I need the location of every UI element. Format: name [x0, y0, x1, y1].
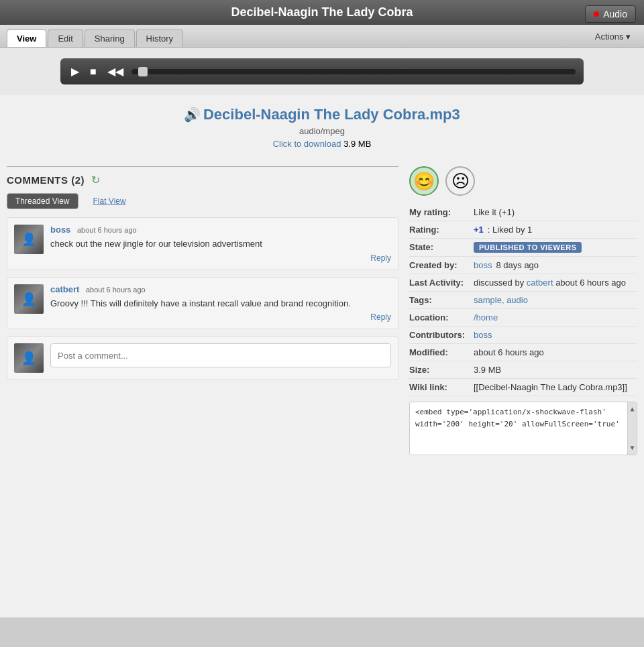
audio-button[interactable]: Audio [585, 5, 636, 23]
state-label: State: [409, 242, 470, 252]
file-name-link[interactable]: Decibel-Naagin The Lady Cobra.mp3 [203, 106, 460, 123]
title-bar: Decibel-Naagin The Lady Cobra Audio [0, 0, 644, 25]
tab-view[interactable]: View [7, 30, 46, 47]
right-column: 😊 ☹ My rating: Like it (+1) Rating: +1 :… [409, 166, 637, 455]
progress-bar[interactable] [131, 69, 576, 74]
comments-title: COMMENTS (2) [7, 174, 85, 186]
view-toggle: Threaded View Flat View [7, 193, 398, 209]
comment-input[interactable] [50, 343, 391, 367]
created-by-label: Created by: [409, 260, 470, 270]
comment-box-2: 👤 catbert about 6 hours ago Groovy !!! T… [7, 277, 398, 330]
wiki-link-label: Wiki link: [409, 382, 470, 392]
scroll-up-icon[interactable]: ▲ [630, 404, 634, 414]
player-area: ▶ ■ ◀◀ [0, 48, 644, 95]
rating-row-meta: Rating: +1 : Liked by 1 [409, 221, 637, 239]
like-button[interactable]: 😊 [409, 166, 439, 196]
download-link[interactable]: Click to download [273, 139, 341, 149]
contributors-row: Contributors: boss [409, 327, 637, 344]
tab-sharing[interactable]: Sharing [85, 30, 135, 47]
two-column-layout: COMMENTS (2) ↻ Threaded View Flat View 👤… [0, 156, 644, 462]
file-type: audio/mpeg [0, 126, 644, 136]
audio-dot-icon [594, 11, 599, 17]
reply-link-2[interactable]: Reply [370, 312, 391, 322]
embed-scrollbar[interactable]: ▲ ▼ [627, 402, 637, 455]
state-row: State: PUBLISHED TO VIEWERS [409, 239, 637, 257]
actions-button[interactable]: Actions ▾ [588, 29, 637, 44]
comment-text-1: check out the new jingle for our televis… [50, 237, 391, 251]
tags-label: Tags: [409, 295, 470, 305]
last-activity-text: discussed by catbert about 6 hours ago [474, 278, 626, 288]
progress-handle[interactable] [138, 67, 148, 76]
threaded-view-button[interactable]: Threaded View [7, 193, 78, 209]
reply-link-1[interactable]: Reply [370, 253, 391, 263]
size-label: Size: [409, 365, 470, 375]
comment-time-2: about 6 hours ago [86, 286, 146, 294]
contributors-value[interactable]: boss [474, 330, 492, 340]
created-by-time: 8 days ago [496, 260, 539, 270]
comment-box-1: 👤 boss about 6 hours ago check out the n… [7, 217, 398, 270]
state-badge: PUBLISHED TO VIEWERS [474, 242, 582, 253]
modified-value: about 6 hours ago [474, 347, 544, 357]
comments-header: COMMENTS (2) ↻ [7, 166, 398, 186]
location-label: Location: [409, 312, 470, 322]
post-comment-box: 👤 [7, 336, 398, 380]
comment-text-2: Groovy !!! This will definitely have a i… [50, 297, 391, 310]
rating-row: 😊 ☹ [409, 166, 637, 196]
avatar-boss: 👤 [14, 225, 44, 254]
main-content: ▶ ■ ◀◀ 🔊 Decibel-Naagin The Lady Cobra.m… [0, 48, 644, 617]
comment-author-2[interactable]: catbert [50, 284, 79, 294]
created-by-author[interactable]: boss [474, 260, 492, 270]
file-info: 🔊 Decibel-Naagin The Lady Cobra.mp3 audi… [0, 95, 644, 156]
size-row: Size: 3.9 MB [409, 361, 637, 379]
size-value: 3.9 MB [474, 365, 501, 375]
comment-content-1: boss about 6 hours ago check out the new… [50, 225, 391, 263]
embed-code-box: <embed type='application/x-shockwave-fla… [409, 402, 637, 455]
modified-row: Modified: about 6 hours ago [409, 344, 637, 361]
wiki-link-value: [[Decibel-Naagin The Lady Cobra.mp3]] [474, 382, 627, 392]
avatar-catbert: 👤 [14, 284, 44, 314]
refresh-icon[interactable]: ↻ [91, 174, 100, 186]
location-row: Location: /home [409, 309, 637, 327]
last-activity-row: Last Activity: discussed by catbert abou… [409, 274, 637, 292]
last-activity-label: Last Activity: [409, 278, 470, 288]
contributors-label: Contributors: [409, 330, 470, 340]
comment-author-1[interactable]: boss [50, 225, 70, 235]
my-rating-row: My rating: Like it (+1) [409, 204, 637, 221]
last-activity-author[interactable]: catbert [527, 278, 553, 288]
rewind-button[interactable]: ◀◀ [105, 64, 126, 79]
scroll-down-icon[interactable]: ▼ [630, 443, 634, 453]
created-by-row: Created by: boss 8 days ago [409, 257, 637, 274]
my-rating-label: My rating: [409, 207, 470, 217]
rating-label: Rating: [409, 225, 470, 235]
tab-bar: View Edit Sharing History Actions ▾ [0, 25, 644, 48]
tab-edit[interactable]: Edit [48, 30, 83, 47]
play-button[interactable]: ▶ [68, 64, 82, 79]
tab-history[interactable]: History [136, 30, 183, 47]
file-size: 3.9 MB [343, 139, 371, 149]
page-title: Decibel-Naagin The Lady Cobra [231, 5, 413, 19]
location-value[interactable]: /home [474, 312, 498, 322]
dislike-button[interactable]: ☹ [445, 166, 475, 196]
wiki-link-row: Wiki link: [[Decibel-Naagin The Lady Cob… [409, 379, 637, 396]
flat-view-button[interactable]: Flat View [85, 194, 134, 209]
embed-code-text: <embed type='application/x-shockwave-fla… [415, 408, 620, 428]
stop-button[interactable]: ■ [87, 64, 99, 79]
my-rating-value: Like it (+1) [474, 207, 515, 217]
avatar-current-user: 👤 [14, 343, 44, 373]
rating-plus: +1 [474, 225, 484, 235]
rating-value: : Liked by 1 [488, 225, 533, 235]
tabs: View Edit Sharing History [7, 30, 183, 47]
comment-time-1: about 6 hours ago [77, 226, 137, 234]
player-bar: ▶ ■ ◀◀ [60, 58, 584, 84]
modified-label: Modified: [409, 347, 470, 357]
left-column: COMMENTS (2) ↻ Threaded View Flat View 👤… [7, 166, 398, 380]
file-download: Click to download 3.9 MB [0, 139, 644, 149]
tags-value[interactable]: sample, audio [474, 295, 528, 305]
audio-button-label: Audio [603, 9, 627, 19]
tags-row: Tags: sample, audio [409, 292, 637, 309]
comment-content-2: catbert about 6 hours ago Groovy !!! Thi… [50, 284, 391, 322]
file-icon: 🔊 [184, 107, 201, 122]
